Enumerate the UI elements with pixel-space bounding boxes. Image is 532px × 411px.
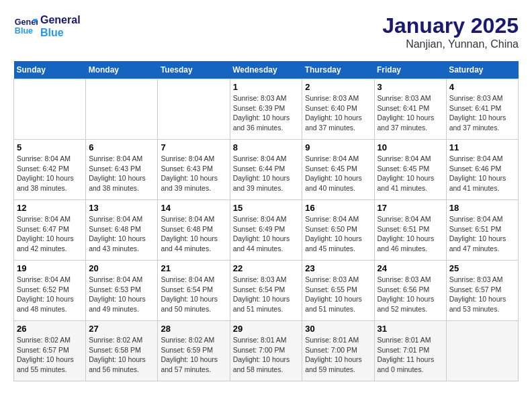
empty-day-cell (14, 79, 86, 140)
day-info: Sunrise: 8:04 AM Sunset: 6:51 PM Dayligh… (449, 214, 515, 254)
calendar-day-cell: 17Sunrise: 8:04 AM Sunset: 6:51 PM Dayli… (374, 200, 446, 261)
day-number: 28 (161, 324, 226, 334)
svg-text:Blue: Blue (15, 26, 33, 36)
empty-day-cell (158, 79, 230, 140)
calendar-day-cell: 28Sunrise: 8:02 AM Sunset: 6:59 PM Dayli… (158, 321, 230, 381)
logo-general: General (40, 13, 81, 26)
day-info: Sunrise: 8:04 AM Sunset: 6:54 PM Dayligh… (161, 275, 226, 314)
day-info: Sunrise: 8:04 AM Sunset: 6:47 PM Dayligh… (17, 214, 83, 254)
calendar-day-cell: 24Sunrise: 8:03 AM Sunset: 6:56 PM Dayli… (374, 261, 446, 321)
calendar-day-cell: 5Sunrise: 8:04 AM Sunset: 6:42 PM Daylig… (14, 140, 86, 200)
day-info: Sunrise: 8:02 AM Sunset: 6:59 PM Dayligh… (161, 335, 226, 375)
day-info: Sunrise: 8:03 AM Sunset: 6:56 PM Dayligh… (378, 275, 443, 314)
day-info: Sunrise: 8:01 AM Sunset: 7:01 PM Dayligh… (378, 335, 443, 375)
calendar-day-cell: 16Sunrise: 8:04 AM Sunset: 6:50 PM Dayli… (302, 200, 374, 261)
day-number: 29 (233, 324, 300, 334)
day-info: Sunrise: 8:03 AM Sunset: 6:39 PM Dayligh… (233, 93, 300, 133)
calendar-day-cell: 13Sunrise: 8:04 AM Sunset: 6:48 PM Dayli… (86, 200, 158, 261)
calendar-day-cell: 10Sunrise: 8:04 AM Sunset: 6:45 PM Dayli… (374, 140, 446, 200)
calendar-day-cell: 31Sunrise: 8:01 AM Sunset: 7:01 PM Dayli… (374, 321, 446, 381)
day-info: Sunrise: 8:03 AM Sunset: 6:54 PM Dayligh… (233, 275, 300, 314)
day-info: Sunrise: 8:03 AM Sunset: 6:55 PM Dayligh… (305, 275, 371, 314)
day-number: 9 (305, 142, 371, 152)
logo-blue: Blue (40, 26, 81, 39)
empty-day-cell (446, 321, 518, 381)
calendar-day-cell: 25Sunrise: 8:03 AM Sunset: 6:57 PM Dayli… (446, 261, 518, 321)
day-number: 7 (161, 142, 226, 152)
day-number: 26 (17, 324, 83, 334)
day-info: Sunrise: 8:04 AM Sunset: 6:46 PM Dayligh… (449, 154, 515, 193)
day-number: 11 (449, 142, 515, 152)
calendar-day-cell: 29Sunrise: 8:01 AM Sunset: 7:00 PM Dayli… (230, 321, 302, 381)
calendar-week-row: 19Sunrise: 8:04 AM Sunset: 6:52 PM Dayli… (14, 261, 519, 321)
day-number: 23 (305, 263, 371, 273)
day-number: 3 (378, 82, 443, 92)
day-header-sunday: Sunday (14, 61, 86, 79)
day-number: 15 (233, 203, 300, 213)
day-info: Sunrise: 8:04 AM Sunset: 6:53 PM Dayligh… (89, 275, 154, 314)
day-number: 10 (378, 142, 443, 152)
day-number: 20 (89, 263, 154, 273)
day-number: 6 (89, 142, 154, 152)
day-info: Sunrise: 8:03 AM Sunset: 6:57 PM Dayligh… (449, 275, 515, 314)
day-number: 21 (161, 263, 226, 273)
day-info: Sunrise: 8:04 AM Sunset: 6:50 PM Dayligh… (305, 214, 371, 254)
day-info: Sunrise: 8:04 AM Sunset: 6:45 PM Dayligh… (378, 154, 443, 193)
calendar-day-cell: 12Sunrise: 8:04 AM Sunset: 6:47 PM Dayli… (14, 200, 86, 261)
day-number: 18 (449, 203, 515, 213)
location: Nanjian, Yunnan, China (382, 38, 519, 50)
day-header-wednesday: Wednesday (230, 61, 302, 79)
day-number: 27 (89, 324, 154, 334)
day-number: 19 (17, 263, 83, 273)
day-header-thursday: Thursday (302, 61, 374, 79)
calendar-day-cell: 2Sunrise: 8:03 AM Sunset: 6:40 PM Daylig… (302, 79, 374, 140)
calendar-day-cell: 18Sunrise: 8:04 AM Sunset: 6:51 PM Dayli… (446, 200, 518, 261)
day-info: Sunrise: 8:04 AM Sunset: 6:43 PM Dayligh… (161, 154, 226, 193)
day-number: 25 (449, 263, 515, 273)
calendar-week-row: 12Sunrise: 8:04 AM Sunset: 6:47 PM Dayli… (14, 200, 519, 261)
day-info: Sunrise: 8:03 AM Sunset: 6:41 PM Dayligh… (378, 93, 443, 133)
logo: General Blue General Blue (13, 13, 81, 39)
day-number: 14 (161, 203, 226, 213)
calendar-day-cell: 14Sunrise: 8:04 AM Sunset: 6:48 PM Dayli… (158, 200, 230, 261)
calendar-week-row: 1Sunrise: 8:03 AM Sunset: 6:39 PM Daylig… (14, 79, 519, 140)
day-info: Sunrise: 8:03 AM Sunset: 6:41 PM Dayligh… (449, 93, 515, 133)
day-info: Sunrise: 8:03 AM Sunset: 6:40 PM Dayligh… (305, 93, 371, 133)
calendar-day-cell: 3Sunrise: 8:03 AM Sunset: 6:41 PM Daylig… (374, 79, 446, 140)
calendar-day-cell: 7Sunrise: 8:04 AM Sunset: 6:43 PM Daylig… (158, 140, 230, 200)
day-info: Sunrise: 8:04 AM Sunset: 6:44 PM Dayligh… (233, 154, 300, 193)
calendar-day-cell: 26Sunrise: 8:02 AM Sunset: 6:57 PM Dayli… (14, 321, 86, 381)
day-number: 5 (17, 142, 83, 152)
day-info: Sunrise: 8:01 AM Sunset: 7:00 PM Dayligh… (233, 335, 300, 375)
day-number: 17 (378, 203, 443, 213)
calendar-day-cell: 11Sunrise: 8:04 AM Sunset: 6:46 PM Dayli… (446, 140, 518, 200)
month-title: January 2025 (382, 13, 519, 38)
calendar-day-cell: 22Sunrise: 8:03 AM Sunset: 6:54 PM Dayli… (230, 261, 302, 321)
day-number: 30 (305, 324, 371, 334)
day-header-friday: Friday (374, 61, 446, 79)
calendar-day-cell: 8Sunrise: 8:04 AM Sunset: 6:44 PM Daylig… (230, 140, 302, 200)
day-number: 31 (378, 324, 443, 334)
day-info: Sunrise: 8:04 AM Sunset: 6:48 PM Dayligh… (89, 214, 154, 254)
logo-icon: General Blue (13, 14, 38, 38)
day-number: 8 (233, 142, 300, 152)
calendar-week-row: 5Sunrise: 8:04 AM Sunset: 6:42 PM Daylig… (14, 140, 519, 200)
page-header: General Blue General Blue January 2025 N… (13, 13, 519, 50)
title-area: January 2025 Nanjian, Yunnan, China (382, 13, 519, 50)
day-info: Sunrise: 8:04 AM Sunset: 6:43 PM Dayligh… (89, 154, 154, 193)
day-info: Sunrise: 8:04 AM Sunset: 6:52 PM Dayligh… (17, 275, 83, 314)
calendar-day-cell: 23Sunrise: 8:03 AM Sunset: 6:55 PM Dayli… (302, 261, 374, 321)
calendar-day-cell: 15Sunrise: 8:04 AM Sunset: 6:49 PM Dayli… (230, 200, 302, 261)
day-info: Sunrise: 8:04 AM Sunset: 6:48 PM Dayligh… (161, 214, 226, 254)
day-number: 24 (378, 263, 443, 273)
calendar-day-cell: 21Sunrise: 8:04 AM Sunset: 6:54 PM Dayli… (158, 261, 230, 321)
day-info: Sunrise: 8:02 AM Sunset: 6:58 PM Dayligh… (89, 335, 154, 375)
calendar-day-cell: 4Sunrise: 8:03 AM Sunset: 6:41 PM Daylig… (446, 79, 518, 140)
day-number: 4 (449, 82, 515, 92)
day-number: 1 (233, 82, 300, 92)
calendar-day-cell: 20Sunrise: 8:04 AM Sunset: 6:53 PM Dayli… (86, 261, 158, 321)
day-info: Sunrise: 8:04 AM Sunset: 6:45 PM Dayligh… (305, 154, 371, 193)
calendar-day-cell: 6Sunrise: 8:04 AM Sunset: 6:43 PM Daylig… (86, 140, 158, 200)
calendar-week-row: 26Sunrise: 8:02 AM Sunset: 6:57 PM Dayli… (14, 321, 519, 381)
calendar-day-cell: 9Sunrise: 8:04 AM Sunset: 6:45 PM Daylig… (302, 140, 374, 200)
